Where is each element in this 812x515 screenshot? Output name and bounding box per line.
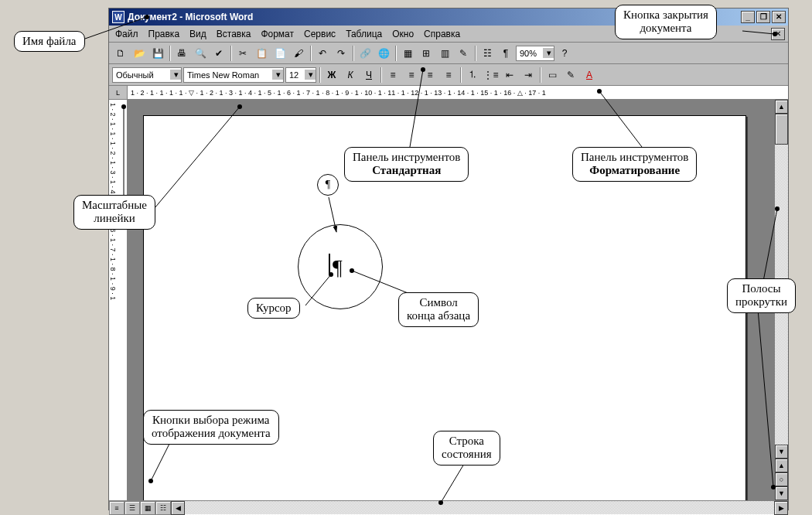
menu-table[interactable]: Таблица — [341, 27, 387, 41]
menu-format[interactable]: Формат — [256, 27, 299, 41]
callout-scrollbars: Полосы прокрутки — [727, 278, 796, 313]
format-painter-icon[interactable]: 🖌 — [290, 45, 307, 62]
document-map-icon[interactable]: ☷ — [479, 45, 496, 62]
style-value: Обычный — [116, 70, 154, 80]
close-button[interactable]: ✕ — [772, 11, 786, 23]
style-combo[interactable]: Обычный ▾ — [112, 67, 182, 83]
underline-icon[interactable]: Ч — [360, 67, 377, 84]
view-web-icon[interactable]: ☰ — [125, 501, 140, 515]
callout-line: конца абзаца — [407, 309, 470, 322]
web-toolbar-icon[interactable]: 🌐 — [375, 45, 392, 62]
zoom-value: 90% — [520, 49, 537, 58]
align-center-icon[interactable]: ≡ — [403, 67, 420, 84]
separator — [230, 46, 231, 61]
view-print-icon[interactable]: ▦ — [140, 501, 155, 515]
ruler-vertical[interactable]: 1 · 2 · 1 · 1 · 1 · 2 · 1 · 3 · 1 · 4 · … — [109, 100, 128, 500]
menu-window[interactable]: Окно — [387, 27, 418, 41]
browse-prev-icon[interactable]: ▲ — [775, 459, 788, 472]
paste-icon[interactable]: 📄 — [271, 45, 288, 62]
menu-file[interactable]: Файл — [111, 27, 143, 41]
scrollbar-horizontal[interactable]: ◀ ▶ — [171, 501, 788, 514]
show-paragraphs-icon[interactable]: ¶ — [497, 45, 514, 62]
callout-line: Панель инструментов — [353, 151, 460, 163]
window-title: Документ2 - Microsoft Word — [128, 12, 253, 22]
scroll-right-icon[interactable]: ▶ — [774, 501, 788, 515]
italic-icon[interactable]: К — [342, 67, 359, 84]
toolbar-standard: 🗋 📂 💾 🖶 🔍 ✔ ✂ 📋 📄 🖌 ↶ ↷ 🔗 🌐 ▦ ⊞ ▥ ✎ ☷ ¶ … — [109, 43, 788, 64]
font-size-value: 12 — [289, 70, 299, 80]
copy-icon[interactable]: 📋 — [253, 45, 270, 62]
ruler-h-scale: 1 · 2 · 1 · 1 · 1 · 1 · ▽ · 1 · 2 · 1 · … — [128, 86, 788, 99]
separator — [540, 67, 541, 83]
menu-view[interactable]: Вид — [185, 27, 211, 41]
view-outline-icon[interactable]: ☷ — [155, 501, 171, 515]
callout-close-button: Кнопка закрытия документа — [615, 5, 717, 39]
bottom-strip: ≡ ☰ ▦ ☷ ◀ ▶ — [109, 500, 788, 514]
separator — [353, 46, 353, 61]
open-icon[interactable]: 📂 — [131, 45, 148, 62]
document-close-button[interactable]: ✕ — [771, 28, 785, 40]
new-icon[interactable]: 🗋 — [112, 45, 129, 62]
align-left-icon[interactable]: ≡ — [384, 67, 401, 84]
browse-next-icon[interactable]: ▼ — [775, 486, 788, 500]
ruler-corner: L — [109, 86, 128, 99]
font-size-combo[interactable]: 12 ▾ — [285, 67, 316, 83]
chevron-down-icon[interactable]: ▾ — [543, 48, 554, 58]
separator — [310, 46, 311, 61]
callout-line: Символ — [419, 296, 457, 309]
zoom-combo[interactable]: 90% ▾ — [516, 46, 554, 61]
callout-view-buttons: Кнопки выбора режима отображения докумен… — [143, 410, 279, 445]
hyperlink-icon[interactable]: 🔗 — [357, 45, 374, 62]
separator — [460, 67, 461, 83]
align-right-icon[interactable]: ≡ — [421, 67, 438, 84]
drawing-icon[interactable]: ✎ — [455, 45, 472, 62]
preview-icon[interactable]: 🔍 — [192, 45, 209, 62]
chevron-down-icon[interactable]: ▾ — [170, 70, 181, 80]
scroll-track[interactable] — [185, 501, 774, 514]
menu-insert[interactable]: Вставка — [212, 27, 256, 41]
scroll-left-icon[interactable]: ◀ — [171, 501, 185, 515]
align-justify-icon[interactable]: ≡ — [440, 67, 457, 84]
callout-line: Панель инструментов — [581, 151, 688, 163]
separator — [169, 46, 170, 61]
separator — [380, 67, 381, 83]
browse-object-icon[interactable]: ○ — [775, 472, 788, 486]
minimize-button[interactable]: _ — [741, 11, 755, 23]
restore-button[interactable]: ❐ — [756, 11, 770, 23]
callout-cursor: Курсор — [247, 298, 300, 319]
ruler-horizontal[interactable]: L 1 · 2 · 1 · 1 · 1 · 1 · ▽ · 1 · 2 · 1 … — [109, 86, 788, 100]
bold-icon[interactable]: Ж — [323, 67, 340, 84]
redo-icon[interactable]: ↷ — [333, 45, 350, 62]
table-icon[interactable]: ▦ — [399, 45, 416, 62]
scroll-up-icon[interactable]: ▲ — [775, 100, 788, 114]
undo-icon[interactable]: ↶ — [314, 45, 331, 62]
bulleted-list-icon[interactable]: ⋮≡ — [483, 67, 500, 84]
chevron-down-icon[interactable]: ▾ — [305, 70, 316, 80]
scroll-thumb[interactable] — [775, 114, 788, 145]
font-value: Times New Roman — [187, 70, 259, 80]
spellcheck-icon[interactable]: ✔ — [210, 45, 227, 62]
decrease-indent-icon[interactable]: ⇤ — [501, 67, 518, 84]
font-combo[interactable]: Times New Roman ▾ — [183, 67, 284, 83]
increase-indent-icon[interactable]: ⇥ — [520, 67, 537, 84]
excel-icon[interactable]: ⊞ — [418, 45, 435, 62]
help-icon[interactable]: ? — [556, 45, 573, 62]
cut-icon[interactable]: ✂ — [234, 45, 251, 62]
view-mode-buttons: ≡ ☰ ▦ ☷ — [109, 501, 171, 514]
columns-icon[interactable]: ▥ — [436, 45, 453, 62]
view-normal-icon[interactable]: ≡ — [109, 501, 125, 515]
border-icon[interactable]: ▭ — [544, 67, 561, 84]
callout-formatting-toolbar: Панель инструментов Форматирование — [572, 147, 697, 182]
menu-service[interactable]: Сервис — [299, 27, 340, 41]
menu-edit[interactable]: Правка — [144, 27, 185, 41]
save-icon[interactable]: 💾 — [149, 45, 166, 62]
highlight-icon[interactable]: ✎ — [562, 67, 579, 84]
print-icon[interactable]: 🖶 — [173, 45, 190, 62]
chevron-down-icon[interactable]: ▾ — [272, 70, 283, 80]
toolbar-formatting: Обычный ▾ Times New Roman ▾ 12 ▾ Ж К Ч ≡… — [109, 64, 788, 86]
paragraph-mark-icon: ¶ — [317, 174, 339, 196]
scroll-down-icon[interactable]: ▼ — [775, 445, 788, 459]
menu-help[interactable]: Справка — [419, 27, 465, 41]
font-color-icon[interactable]: A — [581, 67, 598, 84]
numbered-list-icon[interactable]: ⒈ — [464, 67, 481, 84]
